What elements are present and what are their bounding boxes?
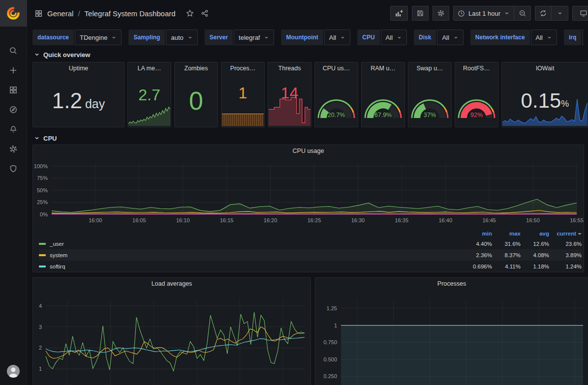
chevron-down-icon bbox=[187, 35, 193, 40]
time-range-picker[interactable]: Last 1 hour bbox=[453, 6, 514, 21]
sidebar-configuration-icon[interactable] bbox=[3, 143, 23, 155]
panel-title[interactable]: CPU us… bbox=[315, 62, 358, 74]
panel-body: 67.9% bbox=[362, 74, 404, 127]
panel-title[interactable]: CPU usage bbox=[33, 145, 584, 157]
panel-title[interactable]: Zombies bbox=[175, 62, 217, 74]
user-avatar[interactable] bbox=[6, 364, 20, 378]
sidebar bbox=[0, 0, 27, 385]
main-content: General / Telegraf System Dashboard bbox=[27, 0, 588, 385]
stat-value: 14 bbox=[281, 85, 299, 101]
sidebar-search-icon[interactable] bbox=[3, 44, 23, 57]
stat-value: 1.2 bbox=[52, 90, 82, 112]
filter-value-dropdown[interactable]: All bbox=[324, 30, 350, 45]
la-sparkline bbox=[128, 105, 170, 126]
sidebar-create-icon[interactable] bbox=[3, 64, 23, 77]
panel-load-averages: Load averages 16:0016:1016:2016:3016:401… bbox=[32, 277, 311, 385]
filter-value-dropdown[interactable]: auto bbox=[166, 30, 197, 45]
panel-title[interactable]: IOWait bbox=[502, 62, 588, 74]
sidebar-explore-icon[interactable] bbox=[3, 103, 23, 116]
dashboard-settings-button[interactable] bbox=[433, 6, 449, 21]
sidebar-admin-shield-icon[interactable] bbox=[3, 162, 23, 175]
svg-text:0.750: 0.750 bbox=[323, 339, 337, 345]
legend-sort-min[interactable]: min bbox=[464, 231, 492, 237]
panel-title[interactable]: RAM u… bbox=[362, 62, 404, 74]
svg-text:1: 1 bbox=[39, 366, 42, 372]
filter-label: Disk bbox=[414, 30, 436, 45]
sidebar-dashboards-icon[interactable] bbox=[3, 84, 23, 96]
filter-label: Mountpoint bbox=[281, 30, 323, 45]
filter-value-dropdown[interactable]: TDengine bbox=[75, 30, 122, 45]
svg-text:16:00: 16:00 bbox=[89, 217, 102, 223]
svg-text:16:25: 16:25 bbox=[308, 217, 321, 223]
legend-series-toggle[interactable]: softirq bbox=[39, 264, 464, 269]
svg-text:16:40: 16:40 bbox=[438, 217, 452, 223]
cycle-view-mode-button[interactable] bbox=[572, 6, 588, 21]
filter-value-dropdown[interactable]: All bbox=[582, 30, 584, 45]
stat-value: 0 bbox=[189, 88, 203, 114]
add-panel-button[interactable] bbox=[390, 6, 408, 21]
legend-sort-max[interactable]: max bbox=[492, 231, 521, 237]
breadcrumb-folder[interactable]: General bbox=[47, 9, 73, 18]
filter-value-dropdown[interactable]: All bbox=[437, 30, 463, 45]
filter-label: irq bbox=[564, 30, 581, 45]
svg-text:3: 3 bbox=[39, 324, 42, 330]
panel-title[interactable]: LA me… bbox=[128, 62, 171, 74]
panel-title[interactable]: Proces… bbox=[221, 62, 264, 74]
sidebar-alerting-icon[interactable] bbox=[3, 123, 23, 136]
legend-sort-current[interactable]: current bbox=[549, 231, 582, 237]
filter-label: datasource bbox=[32, 30, 74, 45]
breadcrumb: General / Telegraf System Dashboard bbox=[34, 9, 209, 18]
svg-text:37%: 37% bbox=[424, 112, 436, 118]
svg-text:16:45: 16:45 bbox=[482, 217, 496, 223]
panel-title[interactable]: Processes bbox=[315, 278, 588, 290]
panel-title[interactable]: Swap u… bbox=[408, 62, 451, 74]
svg-text:92%: 92% bbox=[470, 112, 483, 118]
filter-label: Sampling bbox=[128, 30, 165, 45]
svg-text:16:15: 16:15 bbox=[220, 217, 234, 223]
stat-value: 1 bbox=[239, 85, 248, 101]
filter-value-dropdown[interactable]: All bbox=[381, 30, 407, 45]
series-swatch bbox=[39, 266, 46, 267]
legend-sort-avg[interactable]: avg bbox=[521, 231, 549, 237]
rootfs-gauge: 92% bbox=[456, 75, 497, 124]
share-icon[interactable] bbox=[201, 9, 209, 17]
panel-body: 92% bbox=[455, 74, 498, 127]
panel-body: 20.7% bbox=[315, 74, 358, 127]
section-cpu[interactable]: CPU bbox=[32, 132, 584, 145]
filter-value-dropdown[interactable]: telegraf bbox=[234, 30, 274, 45]
svg-text:20.7%: 20.7% bbox=[328, 112, 345, 118]
legend-series-toggle[interactable]: _user bbox=[39, 241, 464, 247]
topbar-actions: Last 1 hour bbox=[390, 6, 584, 21]
filter-value-dropdown[interactable]: All bbox=[531, 30, 557, 45]
chevron-down-icon bbox=[397, 35, 402, 40]
svg-text:16:05: 16:05 bbox=[132, 217, 146, 223]
panel-processes-graph: Processes 0.2500.5000.75011.25 bbox=[315, 277, 588, 385]
cpu-usage-chart[interactable]: 16:0016:0516:1016:1516:2016:2516:3016:35… bbox=[33, 157, 584, 226]
series-swatch bbox=[39, 243, 46, 245]
filter-irq: irq All bbox=[564, 30, 584, 45]
svg-text:16:35: 16:35 bbox=[395, 217, 409, 223]
legend-current: 3.89% bbox=[549, 252, 582, 258]
dashboard-title[interactable]: Telegraf System Dashboard bbox=[85, 9, 176, 18]
load-averages-chart[interactable]: 16:0016:1016:2016:3016:4016:5001234 bbox=[33, 290, 310, 385]
panel-title[interactable]: RootFS… bbox=[455, 62, 498, 74]
save-dashboard-button[interactable] bbox=[412, 6, 429, 21]
panel-body: 37% bbox=[408, 74, 451, 127]
processes-chart[interactable]: 0.2500.5000.75011.25 bbox=[315, 290, 588, 385]
refresh-button[interactable] bbox=[535, 6, 552, 21]
panel-title[interactable]: Uptime bbox=[33, 62, 124, 74]
breadcrumb-separator: / bbox=[78, 9, 80, 18]
section-quick-overview[interactable]: Quick overview bbox=[32, 48, 584, 61]
zoom-out-time-button[interactable] bbox=[514, 6, 531, 21]
legend-series-toggle[interactable]: system bbox=[39, 252, 464, 258]
svg-text:16:55: 16:55 bbox=[570, 217, 584, 223]
panel-body: 14 bbox=[268, 74, 311, 127]
chevron-down-icon bbox=[111, 35, 117, 40]
panel-title[interactable]: Load averages bbox=[33, 278, 310, 290]
grafana-logo[interactable] bbox=[0, 0, 27, 27]
panel-cpu-usage-gauge: CPU us… 20.7% bbox=[314, 62, 358, 127]
star-icon[interactable] bbox=[186, 9, 194, 17]
refresh-interval-dropdown[interactable] bbox=[552, 6, 568, 21]
legend-max: 4.11% bbox=[492, 264, 521, 269]
panel-title[interactable]: Threads bbox=[268, 62, 311, 74]
